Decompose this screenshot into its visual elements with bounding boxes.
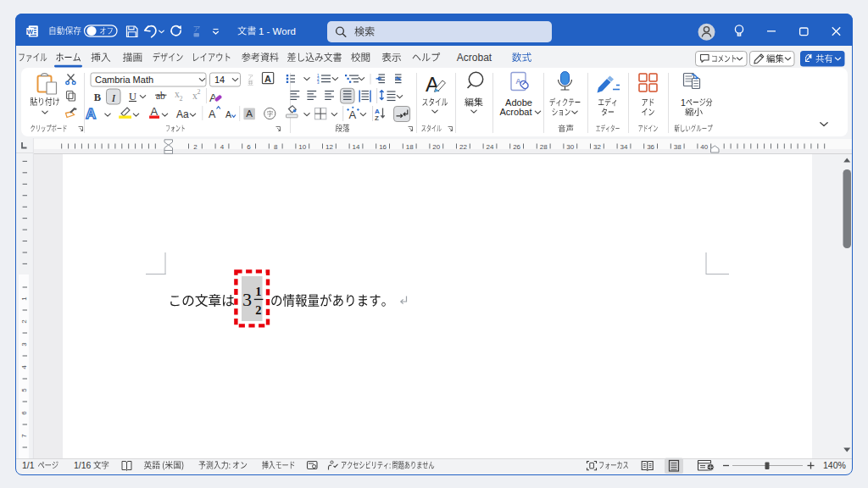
- svg-text:Acrobat: Acrobat: [457, 52, 492, 64]
- svg-text:I: I: [111, 92, 116, 104]
- svg-text:B: B: [94, 92, 101, 103]
- svg-text:2: 2: [193, 143, 198, 151]
- svg-text:3: 3: [242, 289, 252, 310]
- svg-text:6: 6: [20, 411, 28, 415]
- svg-text:A: A: [209, 108, 216, 120]
- svg-text:2: 2: [198, 88, 201, 96]
- svg-text:28: 28: [540, 143, 548, 151]
- svg-text:3: 3: [20, 342, 28, 347]
- svg-text:30: 30: [566, 143, 574, 151]
- svg-text:7: 7: [20, 434, 28, 438]
- svg-text:Z: Z: [375, 114, 379, 122]
- svg-text:38: 38: [674, 143, 682, 151]
- svg-text:1: 1: [681, 97, 686, 108]
- svg-text:5: 5: [20, 388, 28, 392]
- svg-text:140%: 140%: [823, 460, 846, 470]
- svg-text:24: 24: [487, 143, 494, 151]
- svg-text:3: 3: [317, 80, 320, 85]
- svg-text:A: A: [349, 108, 357, 121]
- svg-text:A: A: [151, 105, 159, 118]
- svg-text:22: 22: [459, 143, 467, 151]
- svg-text:A: A: [225, 109, 231, 119]
- svg-text:1: 1: [255, 285, 261, 298]
- svg-text:20: 20: [432, 143, 440, 151]
- svg-text:Acrobat: Acrobat: [500, 107, 532, 117]
- svg-text:36: 36: [647, 143, 654, 151]
- svg-text:34: 34: [620, 143, 628, 151]
- svg-text:12: 12: [326, 143, 333, 151]
- svg-text:6: 6: [247, 143, 251, 151]
- svg-text:32: 32: [593, 143, 601, 151]
- svg-text:Cambria Math: Cambria Math: [95, 75, 153, 85]
- svg-text:A: A: [246, 108, 253, 119]
- svg-text:10: 10: [298, 143, 306, 151]
- svg-text:1 - Word: 1 - Word: [259, 26, 296, 36]
- svg-text:A: A: [264, 74, 271, 84]
- svg-text:4: 4: [220, 143, 225, 151]
- svg-text:8: 8: [274, 143, 278, 151]
- svg-text:14: 14: [353, 143, 360, 151]
- svg-text:2: 2: [20, 319, 28, 324]
- svg-text:W: W: [27, 28, 34, 36]
- svg-text:16: 16: [379, 143, 387, 151]
- svg-text:Aa: Aa: [176, 108, 189, 120]
- svg-text:1/16: 1/16: [74, 460, 92, 470]
- svg-text:A: A: [86, 106, 96, 122]
- svg-text:2: 2: [255, 303, 261, 317]
- svg-text:U: U: [129, 91, 136, 103]
- svg-text:A: A: [426, 73, 439, 96]
- svg-text:40: 40: [700, 143, 708, 151]
- svg-text:2: 2: [180, 95, 183, 103]
- svg-text:26: 26: [513, 143, 520, 151]
- svg-text:Adobe: Adobe: [505, 97, 532, 108]
- svg-text:4: 4: [20, 365, 28, 369]
- svg-text:18: 18: [406, 143, 414, 151]
- svg-text:1: 1: [20, 297, 28, 301]
- svg-text:1/1: 1/1: [22, 460, 35, 470]
- svg-text:14: 14: [214, 75, 225, 85]
